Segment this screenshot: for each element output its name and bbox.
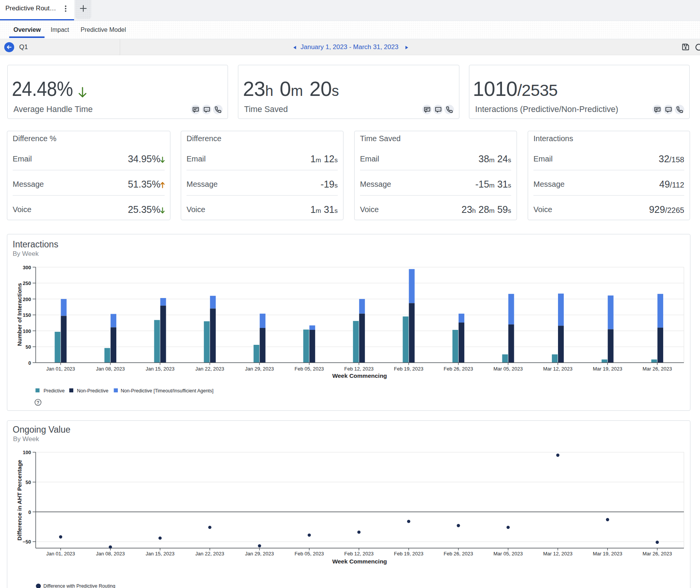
svg-text:Jan 29, 2023: Jan 29, 2023 bbox=[245, 551, 274, 557]
svg-text:Feb 12, 2023: Feb 12, 2023 bbox=[344, 366, 374, 372]
svg-text:250: 250 bbox=[23, 280, 31, 286]
svg-text:0: 0 bbox=[28, 360, 31, 366]
svg-text:100: 100 bbox=[23, 450, 31, 455]
svg-text:Week Commencing: Week Commencing bbox=[332, 372, 387, 379]
svg-text:Feb 26, 2023: Feb 26, 2023 bbox=[444, 366, 473, 372]
svg-text:Week Commencing: Week Commencing bbox=[332, 558, 387, 565]
svg-text:Jan 01, 2023: Jan 01, 2023 bbox=[46, 551, 75, 557]
svg-text:Jan 29, 2023: Jan 29, 2023 bbox=[245, 366, 274, 372]
svg-text:Difference with Predictive Rou: Difference with Predictive Routing bbox=[43, 583, 115, 588]
svg-text:Feb 12, 2023: Feb 12, 2023 bbox=[344, 551, 374, 557]
svg-text:Jan 22, 2023: Jan 22, 2023 bbox=[195, 551, 224, 557]
svg-text:Feb 19, 2023: Feb 19, 2023 bbox=[394, 551, 424, 557]
svg-text:Mar 26, 2023: Mar 26, 2023 bbox=[642, 366, 672, 372]
svg-text:100: 100 bbox=[23, 328, 31, 334]
svg-text:Difference in AHT Percentage: Difference in AHT Percentage bbox=[16, 460, 23, 540]
svg-text:Mar 05, 2023: Mar 05, 2023 bbox=[494, 366, 523, 372]
svg-text:300: 300 bbox=[23, 265, 31, 270]
svg-text:Mar 12, 2023: Mar 12, 2023 bbox=[543, 366, 573, 372]
svg-text:Mar 12, 2023: Mar 12, 2023 bbox=[543, 551, 573, 557]
svg-text:Mar 19, 2023: Mar 19, 2023 bbox=[593, 366, 622, 372]
svg-text:Jan 15, 2023: Jan 15, 2023 bbox=[146, 366, 175, 372]
svg-text:?: ? bbox=[36, 400, 39, 405]
svg-text:Feb 05, 2023: Feb 05, 2023 bbox=[294, 551, 324, 557]
svg-text:Number of Interactions: Number of Interactions bbox=[16, 283, 23, 346]
svg-text:Jan 15, 2023: Jan 15, 2023 bbox=[146, 551, 175, 557]
svg-text:Predictive: Predictive bbox=[44, 388, 65, 394]
svg-text:Jan 08, 2023: Jan 08, 2023 bbox=[96, 366, 125, 372]
svg-text:50: 50 bbox=[26, 344, 31, 350]
svg-text:Jan 22, 2023: Jan 22, 2023 bbox=[195, 366, 224, 372]
svg-text:Jan 08, 2023: Jan 08, 2023 bbox=[96, 551, 125, 557]
svg-text:−50: −50 bbox=[23, 539, 31, 545]
svg-text:0: 0 bbox=[28, 509, 31, 515]
svg-text:50: 50 bbox=[26, 479, 31, 485]
svg-text:Feb 26, 2023: Feb 26, 2023 bbox=[444, 551, 473, 557]
svg-text:Feb 05, 2023: Feb 05, 2023 bbox=[294, 366, 324, 372]
svg-text:Mar 05, 2023: Mar 05, 2023 bbox=[494, 551, 523, 557]
svg-text:Feb 19, 2023: Feb 19, 2023 bbox=[394, 366, 424, 372]
svg-text:200: 200 bbox=[23, 296, 31, 302]
svg-text:150: 150 bbox=[23, 312, 31, 318]
svg-text:Mar 19, 2023: Mar 19, 2023 bbox=[593, 551, 622, 557]
svg-text:Jan 01, 2023: Jan 01, 2023 bbox=[46, 366, 75, 372]
svg-text:Mar 26, 2023: Mar 26, 2023 bbox=[642, 551, 672, 557]
svg-text:Non-Predictive [Timeout/Insuff: Non-Predictive [Timeout/Insufficient Age… bbox=[121, 388, 214, 394]
svg-text:Non-Predictive: Non-Predictive bbox=[77, 388, 109, 394]
